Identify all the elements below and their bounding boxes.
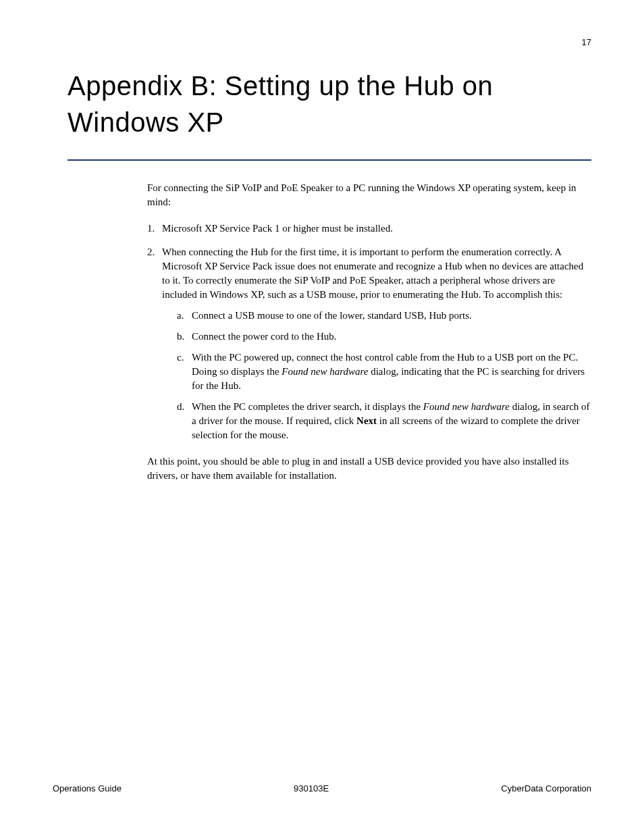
sub-item-c: c. With the PC powered up, connect the h…: [177, 350, 591, 393]
footer-right: CyberData Corporation: [501, 783, 591, 793]
sub-item-b: b. Connect the power cord to the Hub.: [177, 330, 591, 344]
page-content: Appendix B: Setting up the Hub on Window…: [0, 0, 644, 483]
list-item-1: 1. Microsoft XP Service Pack 1 or higher…: [147, 221, 591, 236]
sub-item-a: a. Connect a USB mouse to one of the low…: [177, 309, 591, 323]
list-item-text: Microsoft XP Service Pack 1 or higher mu…: [162, 223, 393, 234]
list-item-text: With the PC powered up, connect the host…: [192, 352, 585, 391]
list-item-text: Connect a USB mouse to one of the lower,…: [192, 310, 472, 321]
page-footer: Operations Guide 930103E CyberData Corpo…: [53, 783, 591, 793]
closing-paragraph: At this point, you should be able to plu…: [147, 454, 591, 483]
list-item-text: When the PC completes the driver search,…: [192, 401, 590, 440]
italic-term: Found new hardware: [423, 401, 510, 412]
list-marker: 2.: [147, 245, 155, 259]
numbered-list: 1. Microsoft XP Service Pack 1 or higher…: [147, 221, 591, 442]
list-marker: c.: [177, 350, 184, 365]
italic-term: Found new hardware: [281, 366, 368, 377]
appendix-title: Appendix B: Setting up the Hub on Window…: [68, 68, 591, 140]
list-marker: a.: [177, 309, 184, 323]
footer-center: 930103E: [294, 783, 329, 793]
footer-left: Operations Guide: [53, 783, 122, 793]
body-text: For connecting the SiP VoIP and PoE Spea…: [147, 181, 591, 483]
sub-item-d: d. When the PC completes the driver sear…: [177, 400, 591, 442]
title-rule: [68, 159, 591, 161]
list-marker: 1.: [147, 221, 155, 236]
list-marker: b.: [177, 330, 184, 344]
list-item-text: When connecting the Hub for the first ti…: [162, 246, 583, 300]
list-marker: d.: [177, 400, 184, 414]
list-item-2: 2. When connecting the Hub for the first…: [147, 245, 591, 442]
lettered-list: a. Connect a USB mouse to one of the low…: [177, 309, 591, 442]
list-item-text: Connect the power cord to the Hub.: [192, 331, 337, 342]
bold-term: Next: [356, 415, 377, 426]
intro-paragraph: For connecting the SiP VoIP and PoE Spea…: [147, 181, 591, 209]
page-number: 17: [582, 37, 591, 47]
